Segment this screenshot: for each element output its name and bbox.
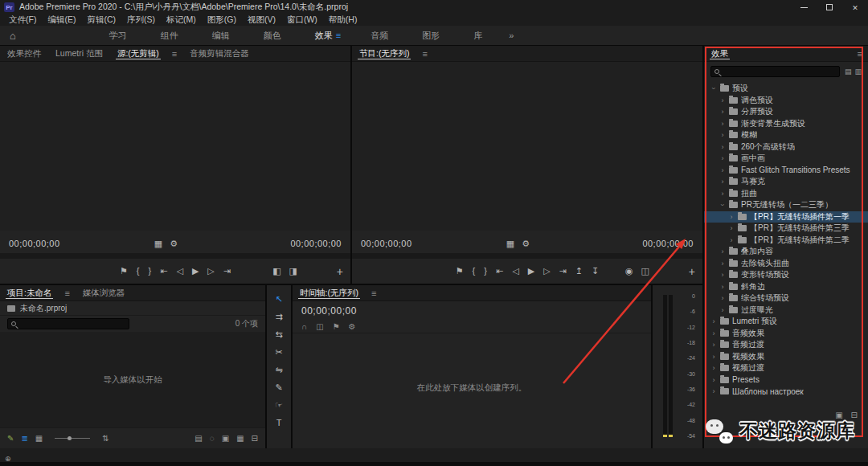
menu-item[interactable]: 编辑(E)	[42, 14, 81, 26]
effects-tree-item[interactable]: ›视频过渡	[704, 362, 868, 374]
effects-tree-item[interactable]: ›【PR】无缝转场插件第三季	[704, 223, 868, 235]
monitor-settings-icon[interactable]: ⚙	[170, 239, 178, 248]
chevron-right-icon[interactable]: ›	[728, 213, 735, 221]
effects-tree-item[interactable]: ›260个高级转场	[704, 141, 868, 153]
play-icon[interactable]: ▶	[192, 267, 199, 276]
mark-in-icon[interactable]: {	[137, 267, 140, 276]
program-scrub-bar[interactable]	[352, 253, 702, 259]
panel-tab[interactable]: 音频剪辑混合器	[182, 46, 256, 61]
chevron-right-icon[interactable]: ›	[710, 376, 717, 384]
chevron-right-icon[interactable]: ›	[719, 260, 726, 268]
sort-icon[interactable]: ⇅	[102, 435, 108, 443]
tab-effects[interactable]: 效果	[704, 46, 735, 61]
accelerated-effects-filter-icon[interactable]: ▤	[845, 67, 852, 76]
linked-selection-icon[interactable]: ◫	[316, 323, 323, 331]
timeline-settings-icon[interactable]: ⚙	[349, 323, 356, 331]
workspace-tab-menu-icon[interactable]	[336, 31, 354, 40]
chevron-right-icon[interactable]: ›	[719, 166, 726, 174]
export-frame-icon[interactable]: ◉	[625, 267, 633, 276]
effects-tree-item[interactable]: ›音频效果	[704, 328, 868, 340]
effects-tree-item[interactable]: ›Шаблоны настроек	[704, 386, 868, 398]
pen-tool[interactable]: ✎	[271, 382, 287, 393]
list-view-icon[interactable]: ≣	[21, 435, 27, 443]
effects-tree-item[interactable]: ›综合转场预设	[704, 292, 868, 305]
step-back-icon[interactable]: ◁	[512, 267, 518, 276]
extract-icon[interactable]: ↧	[592, 267, 599, 276]
play-icon[interactable]: ▶	[528, 267, 534, 276]
icon-view-icon[interactable]: ▦	[35, 435, 43, 443]
home-icon[interactable]	[10, 30, 16, 42]
slip-tool[interactable]: ⇋	[271, 364, 287, 375]
menu-item[interactable]: 窗口(W)	[281, 14, 323, 26]
add-marker-icon[interactable]: ⚑	[333, 323, 340, 331]
automate-sequence-icon[interactable]: ▤	[194, 435, 202, 443]
chevron-right-icon[interactable]: ›	[719, 190, 726, 198]
effects-tree-item[interactable]: ›Lumetri 预设	[704, 316, 868, 328]
menu-item[interactable]: 剪辑(C)	[81, 14, 121, 26]
go-to-out-icon[interactable]: ⇥	[559, 267, 567, 276]
chevron-right-icon[interactable]: ›	[728, 236, 735, 244]
menu-item[interactable]: 帮助(H)	[323, 14, 363, 26]
panel-tab[interactable]: 媒体浏览器	[76, 285, 133, 300]
effects-tree-item[interactable]: ›Fast Glitch Transitions Presets	[704, 165, 868, 177]
zoom-slider[interactable]	[55, 438, 90, 439]
effects-tree-item[interactable]: ›扭曲	[704, 188, 868, 200]
panel-tab[interactable]: 源:(无剪辑)	[110, 46, 166, 61]
chevron-right-icon[interactable]: ›	[719, 108, 726, 116]
menu-item[interactable]: 标记(M)	[161, 14, 202, 26]
effects-tree-item[interactable]: ›渐变背景生成预设	[704, 118, 868, 130]
workspace-overflow-icon[interactable]	[509, 31, 514, 40]
program-current-timecode[interactable]: 00;00;00;00	[361, 239, 412, 248]
lift-icon[interactable]: ↥	[575, 267, 583, 276]
add-marker-icon[interactable]: ⚑	[120, 267, 128, 276]
panel-tab[interactable]: Lumetri 范围	[48, 46, 110, 61]
source-current-timecode[interactable]: 00;00;00;00	[9, 239, 60, 248]
add-marker-icon[interactable]: ⚑	[456, 267, 464, 276]
chevron-right-icon[interactable]: ›	[710, 353, 717, 361]
chevron-right-icon[interactable]: ›	[719, 120, 726, 128]
close-button[interactable]	[842, 0, 868, 14]
chevron-right-icon[interactable]: ›	[710, 317, 717, 325]
selection-tool[interactable]: ↖	[271, 293, 287, 305]
chevron-right-icon[interactable]: ›	[710, 329, 717, 337]
zoom-level-icon[interactable]: ▦	[154, 239, 162, 248]
overwrite-icon[interactable]: ◨	[289, 267, 297, 276]
minimize-button[interactable]	[791, 0, 817, 14]
ripple-edit-tool[interactable]: ⇆	[271, 329, 287, 340]
step-back-icon[interactable]: ◁	[176, 267, 182, 276]
panel-menu-icon[interactable]	[166, 49, 182, 59]
project-search-input[interactable]	[19, 320, 125, 329]
go-to-in-icon[interactable]: ⇤	[160, 267, 167, 276]
tab-timeline[interactable]: 时间轴:(无序列)	[293, 285, 366, 300]
effects-tree-item[interactable]: ›【PR】无缝转场插件第一季	[704, 211, 868, 223]
menu-item[interactable]: 视图(V)	[242, 14, 281, 26]
effects-tree-item[interactable]: ›预设	[704, 83, 868, 95]
chevron-right-icon[interactable]: ›	[719, 178, 726, 186]
tab-program[interactable]: 节目:(无序列)	[352, 46, 416, 61]
chevron-down-icon[interactable]: ›	[719, 202, 727, 208]
new-bin-icon[interactable]: ▣	[222, 435, 229, 443]
workspace-tab[interactable]: 库	[457, 30, 499, 42]
workspace-tab[interactable]: 学习	[92, 30, 144, 42]
menu-item[interactable]: 图形(G)	[202, 14, 242, 26]
hand-tool[interactable]: ☞	[271, 399, 287, 411]
effects-tree-item[interactable]: ›去除镜头扭曲	[704, 258, 868, 270]
delete-icon[interactable]: ⊟	[851, 411, 858, 419]
chevron-right-icon[interactable]: ›	[719, 96, 726, 104]
effects-tree-item[interactable]: ›音频过渡	[704, 339, 868, 351]
effects-tree-item[interactable]: ›分屏预设	[704, 106, 868, 118]
step-forward-icon[interactable]: ▷	[207, 267, 214, 276]
zoom-level-icon[interactable]: ▦	[506, 239, 514, 248]
effects-tree-item[interactable]: ›马赛克	[704, 176, 868, 188]
chevron-right-icon[interactable]: ›	[719, 131, 726, 139]
effects-tree-item[interactable]: ›PR无缝转场（一二三季）	[704, 199, 868, 211]
effects-tree-item[interactable]: ›视频效果	[704, 351, 868, 363]
effects-search-box[interactable]	[710, 66, 840, 77]
effects-tree-item[interactable]: ›Presets	[704, 374, 868, 386]
pencil-icon[interactable]: ✎	[7, 435, 14, 443]
mark-in-icon[interactable]: {	[473, 267, 476, 276]
compare-icon[interactable]: ◫	[641, 267, 649, 276]
panel-menu-icon[interactable]	[59, 288, 75, 298]
monitor-settings-icon[interactable]: ⚙	[522, 239, 530, 248]
razor-tool[interactable]: ✂	[271, 346, 287, 358]
